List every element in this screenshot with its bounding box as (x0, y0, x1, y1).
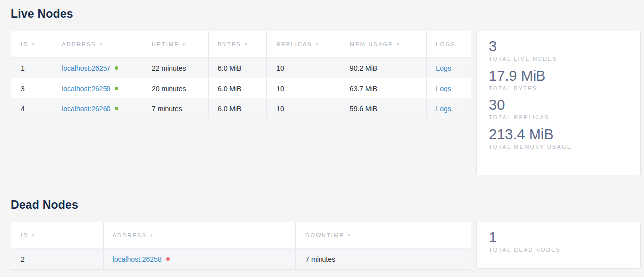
node-logs-cell: Logs (427, 58, 471, 78)
column-header-address[interactable]: ADDRESS (52, 31, 142, 58)
stat-value: 213.4 MiB (489, 126, 628, 143)
dead-nodes-table: ID ADDRESS DOWNTIME 2 localhost:26258 7 … (11, 222, 471, 270)
stat-label: TOTAL LIVE NODES (489, 56, 628, 62)
column-label: UPTIME (152, 41, 185, 47)
node-live-status-icon (115, 87, 118, 90)
dead-nodes-title: Dead Nodes (11, 175, 641, 222)
node-address-cell: localhost:26260 (52, 98, 142, 119)
column-header-logs: LOGS (427, 31, 471, 58)
node-bytes-cell: 6.0 MiB (209, 58, 267, 78)
node-address-cell: localhost:26259 (52, 78, 142, 98)
summary-stat-total-memory-usage: 213.4 MiB TOTAL MEMORY USAGE (489, 126, 628, 150)
stat-value: 30 (489, 96, 628, 113)
node-downtime-cell: 7 minutes (296, 249, 471, 269)
node-id-cell: 3 (11, 78, 52, 98)
node-replicas-cell: 10 (267, 58, 340, 78)
column-label: BYTES (218, 41, 247, 47)
node-id-cell: 4 (11, 98, 52, 119)
summary-stat-total-live-nodes: 3 TOTAL LIVE NODES (489, 38, 628, 62)
table-row: 2 localhost:26258 7 minutes (11, 249, 471, 269)
column-label: ADDRESS (113, 232, 153, 238)
node-logs-link[interactable]: Logs (436, 85, 451, 92)
node-dead-status-icon (166, 257, 170, 261)
node-uptime-cell: 7 minutes (142, 98, 209, 119)
stat-value: 3 (489, 38, 628, 55)
column-label: ADDRESS (62, 41, 102, 47)
column-header-id[interactable]: ID (11, 222, 104, 249)
stat-label: TOTAL DEAD NODES (489, 247, 628, 253)
stat-label: TOTAL REPLICAS (489, 114, 628, 120)
live-nodes-section: Live Nodes ID ADDRESS UPTIME BYTES REPLI… (11, 0, 641, 175)
cluster-overview-page: Live Nodes ID ADDRESS UPTIME BYTES REPLI… (0, 0, 644, 270)
node-address-cell: localhost:26258 (104, 249, 296, 269)
node-live-status-icon (115, 66, 118, 70)
dead-nodes-section: Dead Nodes ID ADDRESS DOWNTIME 2 local (11, 175, 641, 270)
node-logs-cell: Logs (427, 78, 471, 98)
table-row: 4 localhost:26260 7 minutes 6.0 MiB 10 5… (11, 98, 471, 119)
column-label: DOWNTIME (305, 232, 350, 238)
summary-stat-total-replicas: 30 TOTAL REPLICAS (489, 96, 628, 120)
stat-label: TOTAL BYTES (489, 85, 628, 91)
column-label: ID (21, 41, 34, 47)
dead-nodes-summary-panel: 1 TOTAL DEAD NODES (476, 222, 641, 269)
stat-label: TOTAL MEMORY USAGE (489, 144, 628, 150)
node-address-link[interactable]: localhost:26258 (113, 255, 162, 263)
node-replicas-cell: 10 (267, 78, 340, 98)
stat-value: 17.9 MiB (489, 67, 628, 84)
table-row: 1 localhost:26257 22 minutes 6.0 MiB 10 … (11, 58, 471, 78)
node-bytes-cell: 6.0 MiB (209, 98, 267, 119)
column-label: ID (21, 232, 34, 238)
node-mem-usage-cell: 59.6 MiB (340, 98, 427, 119)
node-mem-usage-cell: 63.7 MiB (340, 78, 427, 98)
column-label: REPLICAS (276, 41, 318, 47)
column-label: MEM USAGE (350, 41, 399, 47)
column-header-bytes[interactable]: BYTES (209, 31, 267, 58)
node-address-cell: localhost:26257 (52, 58, 142, 78)
node-bytes-cell: 6.0 MiB (209, 78, 267, 98)
column-header-address[interactable]: ADDRESS (104, 222, 296, 249)
column-label: LOGS (436, 41, 455, 47)
node-uptime-cell: 22 minutes (142, 58, 209, 78)
column-header-replicas[interactable]: REPLICAS (267, 31, 340, 58)
node-live-status-icon (115, 107, 118, 110)
live-nodes-table: ID ADDRESS UPTIME BYTES REPLICAS MEM USA… (11, 31, 471, 119)
node-uptime-cell: 20 minutes (142, 78, 209, 98)
column-header-uptime[interactable]: UPTIME (142, 31, 209, 58)
table-row: 3 localhost:26259 20 minutes 6.0 MiB 10 … (11, 78, 471, 98)
node-address-link[interactable]: localhost:26257 (62, 64, 110, 72)
stat-value: 1 (489, 229, 628, 246)
node-address-link[interactable]: localhost:26259 (62, 85, 110, 92)
node-replicas-cell: 10 (267, 98, 340, 119)
node-id-cell: 1 (11, 58, 52, 78)
summary-stat-total-dead-nodes: 1 TOTAL DEAD NODES (489, 229, 628, 253)
node-logs-cell: Logs (427, 98, 471, 119)
live-nodes-title: Live Nodes (11, 0, 641, 31)
node-address-link[interactable]: localhost:26260 (62, 105, 110, 113)
node-logs-link[interactable]: Logs (436, 64, 451, 72)
node-logs-link[interactable]: Logs (436, 105, 451, 113)
dead-table-header-row: ID ADDRESS DOWNTIME (11, 222, 471, 249)
live-table-header-row: ID ADDRESS UPTIME BYTES REPLICAS MEM USA… (11, 31, 471, 58)
node-id-cell: 2 (11, 249, 104, 269)
live-nodes-summary-panel: 3 TOTAL LIVE NODES 17.9 MiB TOTAL BYTES … (476, 31, 641, 175)
column-header-id[interactable]: ID (11, 31, 52, 58)
node-mem-usage-cell: 90.2 MiB (340, 58, 427, 78)
column-header-downtime[interactable]: DOWNTIME (296, 222, 471, 249)
summary-stat-total-bytes: 17.9 MiB TOTAL BYTES (489, 67, 628, 91)
column-header-mem-usage[interactable]: MEM USAGE (340, 31, 427, 58)
